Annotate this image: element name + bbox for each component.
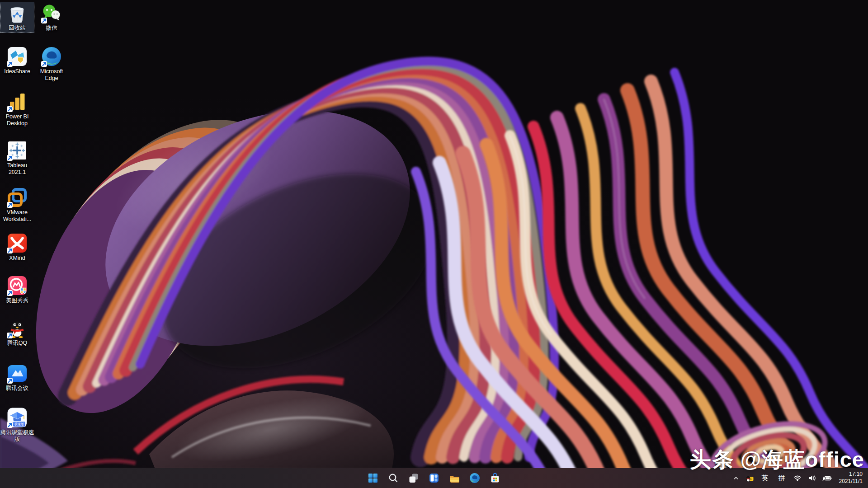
search-button[interactable] bbox=[386, 470, 401, 486]
desktop-icon-qq[interactable]: 腾讯QQ bbox=[0, 317, 34, 348]
shortcut-arrow-icon bbox=[7, 248, 13, 253]
microsoft-store-button[interactable] bbox=[487, 470, 503, 486]
wifi-icon bbox=[793, 474, 802, 482]
shortcut-arrow-icon bbox=[7, 290, 13, 296]
chevron-up-icon bbox=[733, 475, 739, 481]
qq-icon bbox=[7, 318, 28, 338]
desktop-icon-edge[interactable]: Microsoft Edge bbox=[34, 45, 69, 83]
desktop-icon-tableau[interactable]: Tableau 2021.1 bbox=[0, 139, 34, 177]
windows-start-icon bbox=[368, 473, 378, 483]
tableau-icon bbox=[7, 140, 28, 161]
edge-icon bbox=[41, 46, 62, 67]
watermark: 头条@海蓝office bbox=[690, 446, 864, 474]
shortcut-arrow-icon bbox=[7, 202, 13, 208]
desktop-icon-label: Tableau 2021.1 bbox=[0, 162, 34, 176]
recycle-bin-icon bbox=[7, 3, 28, 23]
powerbi-icon bbox=[7, 91, 28, 112]
desktop-icon-powerbi[interactable]: Power BI Desktop bbox=[0, 90, 34, 128]
shortcut-arrow-icon bbox=[41, 61, 47, 67]
taskbar-center-buttons bbox=[365, 468, 503, 488]
desktop-icon-label: 美图秀秀 bbox=[0, 297, 34, 304]
battery-charging-icon bbox=[822, 474, 832, 482]
desktop-icon-label: 腾讯课堂极速版 bbox=[0, 429, 34, 443]
file-explorer-icon bbox=[449, 473, 460, 483]
vmware-icon bbox=[7, 187, 28, 208]
task-view-button[interactable] bbox=[406, 470, 421, 486]
desktop-icon-vmware[interactable]: VMware Workstati... bbox=[0, 186, 34, 224]
tencent-classroom-icon: 极速版 bbox=[7, 407, 28, 428]
wechat-icon bbox=[41, 3, 62, 23]
desktop-icon-wechat[interactable]: 微信 bbox=[34, 2, 69, 33]
desktop-icon-tencent-classroom[interactable]: 极速版 腾讯课堂极速版 bbox=[0, 406, 34, 444]
shortcut-arrow-icon bbox=[7, 378, 13, 384]
shortcut-arrow-icon bbox=[7, 106, 13, 112]
tencent-meeting-icon bbox=[7, 363, 28, 384]
watermark-brand: 头条 bbox=[690, 447, 735, 471]
classroom-speed-badge: 极速版 bbox=[13, 421, 26, 427]
microsoft-store-icon bbox=[490, 473, 500, 483]
shortcut-arrow-icon bbox=[7, 422, 13, 428]
speaker-icon bbox=[808, 474, 816, 482]
search-icon bbox=[388, 473, 399, 483]
widgets-button[interactable] bbox=[426, 470, 442, 486]
watermark-handle: @海蓝office bbox=[741, 447, 864, 471]
desktop-icon-label: 腾讯会议 bbox=[0, 385, 34, 392]
file-explorer-button[interactable] bbox=[447, 470, 462, 486]
desktop-icon-ideashare[interactable]: IdeaShare bbox=[0, 45, 34, 76]
edge-icon bbox=[469, 473, 480, 483]
task-view-icon bbox=[408, 473, 419, 483]
desktop-icon-label: Power BI Desktop bbox=[0, 113, 34, 127]
qq-tray-icon bbox=[745, 474, 754, 482]
ideashare-icon bbox=[7, 46, 28, 67]
desktop-icon-label: IdeaShare bbox=[0, 68, 34, 75]
shortcut-arrow-icon bbox=[7, 61, 13, 67]
start-button[interactable] bbox=[365, 470, 381, 486]
desktop-icon-label: 微信 bbox=[34, 25, 69, 32]
xmind-icon bbox=[7, 233, 28, 253]
desktop-icon-tencent-meeting[interactable]: 腾讯会议 bbox=[0, 362, 34, 393]
desktop-icon-label: Microsoft Edge bbox=[34, 68, 69, 82]
meitu-icon bbox=[7, 275, 28, 296]
clock-date: 2021/11/1 bbox=[839, 478, 863, 485]
desktop-icon-meitu[interactable]: 美图秀秀 bbox=[0, 274, 34, 305]
desktop-icon-label: 腾讯QQ bbox=[0, 340, 34, 347]
widgets-icon bbox=[429, 473, 439, 483]
desktop-icon-xmind[interactable]: XMind bbox=[0, 232, 34, 263]
shortcut-arrow-icon bbox=[41, 18, 47, 23]
desktop-icon-label: XMind bbox=[0, 255, 34, 262]
desktop-icon-label: 回收站 bbox=[0, 25, 34, 32]
wallpaper bbox=[0, 0, 868, 488]
shortcut-arrow-icon bbox=[7, 155, 13, 161]
desktop-icon-recycle-bin[interactable]: 回收站 bbox=[0, 2, 34, 33]
desktop-icon-label: VMware Workstati... bbox=[0, 209, 34, 223]
shortcut-arrow-icon bbox=[7, 333, 13, 338]
edge-taskbar-button[interactable] bbox=[467, 470, 482, 486]
